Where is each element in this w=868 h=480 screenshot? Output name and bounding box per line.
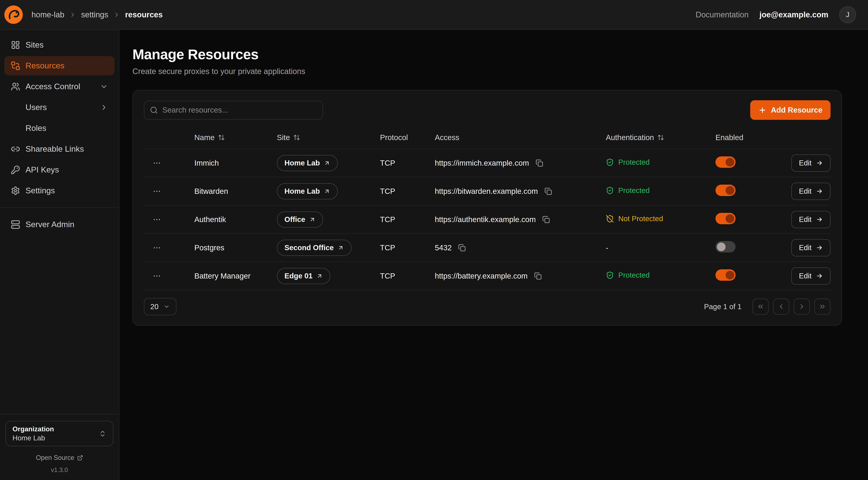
site-link[interactable]: Second Office: [277, 240, 351, 256]
column-header-label: Access: [435, 133, 459, 142]
row-menu-button[interactable]: [150, 270, 163, 282]
documentation-link[interactable]: Documentation: [696, 10, 749, 19]
copy-icon[interactable]: [544, 186, 553, 196]
sidebar-item-shareable-links[interactable]: Shareable Links: [4, 139, 115, 158]
sidebar-item-api-keys[interactable]: API Keys: [4, 160, 115, 179]
previous-page-button[interactable]: [773, 298, 789, 315]
edit-button[interactable]: Edit: [791, 267, 831, 285]
copy-icon[interactable]: [541, 215, 551, 224]
breadcrumb-settings[interactable]: settings: [81, 10, 108, 19]
page-size-value: 20: [150, 302, 158, 311]
site-link[interactable]: Office: [277, 211, 323, 228]
protocol-value: TCP: [380, 159, 435, 168]
organization-label: Organization: [12, 425, 54, 433]
first-page-button[interactable]: [752, 298, 769, 315]
site-link[interactable]: Home Lab: [277, 155, 338, 171]
open-source-link[interactable]: Open Source: [5, 454, 114, 461]
page-title: Manage Resources: [132, 46, 842, 63]
copy-icon[interactable]: [457, 243, 467, 253]
protocol-value: TCP: [380, 215, 435, 224]
site-link[interactable]: Home Lab: [277, 183, 338, 200]
site-link[interactable]: Edge 01: [277, 268, 331, 284]
access-value: https://battery.example.com: [435, 272, 528, 280]
sidebar-item-sites[interactable]: Sites: [4, 35, 115, 55]
copy-icon[interactable]: [533, 271, 543, 281]
auth-status: Protected: [606, 158, 650, 167]
shield-check-icon: [606, 158, 614, 166]
sidebar-item-server-admin[interactable]: Server Admin: [4, 215, 115, 234]
pagination: 20 Page 1 of 1: [144, 298, 831, 315]
resource-name: Immich: [194, 159, 277, 168]
sites-grid-icon: [11, 40, 20, 50]
enabled-toggle[interactable]: [715, 185, 736, 196]
protocol-value: TCP: [380, 272, 435, 280]
auth-label: Protected: [618, 158, 650, 167]
external-link-icon: [77, 455, 83, 461]
add-resource-button[interactable]: Add Resource: [750, 100, 831, 120]
toggle-knob: [717, 243, 725, 251]
sidebar-item-users[interactable]: Users: [4, 98, 115, 117]
row-menu-button[interactable]: [150, 213, 163, 226]
sidebar-item-label: Server Admin: [26, 220, 74, 229]
sort-icon: [657, 134, 664, 141]
chevron-down-icon: [163, 303, 170, 310]
chevrons-left-icon: [757, 303, 764, 310]
edit-button[interactable]: Edit: [791, 211, 831, 228]
edit-button[interactable]: Edit: [791, 239, 831, 257]
breadcrumb-org[interactable]: home-lab: [31, 10, 64, 19]
edit-button[interactable]: Edit: [791, 183, 831, 200]
arrow-up-right-icon: [324, 188, 330, 194]
access-value: https://bitwarden.example.com: [435, 187, 538, 196]
row-menu-button[interactable]: [150, 185, 163, 198]
ellipsis-icon: [153, 187, 161, 196]
organization-selector[interactable]: Organization Home Lab: [5, 421, 114, 446]
column-header-label: Name: [194, 133, 215, 142]
last-page-button[interactable]: [814, 298, 831, 315]
edit-button[interactable]: Edit: [791, 154, 831, 172]
resources-table: Name Site Protocol Access: [144, 126, 831, 290]
page-subtitle: Create secure proxies to your private ap…: [132, 67, 842, 76]
arrow-up-right-icon: [309, 216, 316, 223]
sidebar-item-label: Access Control: [26, 82, 80, 91]
avatar[interactable]: J: [839, 6, 856, 23]
sidebar-item-label: API Keys: [26, 165, 59, 175]
enabled-toggle[interactable]: [715, 156, 736, 168]
row-menu-button[interactable]: [150, 156, 163, 170]
row-menu-button[interactable]: [150, 241, 163, 254]
table-row: Postgres Second Office TCP 5432 - Edit: [144, 234, 831, 262]
edit-label: Edit: [799, 272, 811, 280]
sidebar-item-access-control[interactable]: Access Control: [4, 77, 115, 96]
breadcrumb-current: resources: [125, 10, 163, 19]
toggle-knob: [725, 214, 734, 223]
sidebar-item-label: Shareable Links: [26, 144, 84, 154]
site-name: Office: [284, 215, 305, 224]
table-row: Authentik Office TCP https://authentik.e…: [144, 206, 831, 234]
sidebar-item-resources[interactable]: Resources: [4, 56, 115, 75]
shield-check-icon: [606, 271, 614, 279]
column-header-label: Enabled: [715, 133, 743, 142]
table-row: Bitwarden Home Lab TCP https://bitwarden…: [144, 177, 831, 206]
column-header-site[interactable]: Site: [277, 133, 380, 142]
search-input[interactable]: [162, 106, 317, 114]
search-box: [144, 101, 323, 120]
copy-icon[interactable]: [534, 158, 544, 168]
arrow-right-icon: [816, 272, 823, 279]
enabled-toggle[interactable]: [715, 241, 736, 252]
column-header-enabled: Enabled: [715, 133, 789, 142]
chevron-right-icon: [113, 11, 120, 18]
app-logo[interactable]: [4, 5, 23, 24]
toggle-knob: [725, 271, 734, 279]
enabled-toggle[interactable]: [715, 213, 736, 224]
column-header-authentication[interactable]: Authentication: [606, 133, 715, 142]
enabled-toggle[interactable]: [715, 269, 736, 281]
next-page-button[interactable]: [794, 298, 810, 315]
sidebar-item-label: Settings: [26, 186, 55, 195]
page-size-select[interactable]: 20: [144, 298, 177, 315]
column-header-name[interactable]: Name: [194, 133, 277, 142]
sidebar-item-settings[interactable]: Settings: [4, 181, 115, 200]
auth-status: Not Protected: [606, 214, 663, 223]
protocol-value: TCP: [380, 187, 435, 196]
sidebar-item-roles[interactable]: Roles: [4, 119, 115, 138]
sidebar-item-label: Users: [26, 102, 47, 112]
resource-name: Bitwarden: [194, 187, 277, 196]
